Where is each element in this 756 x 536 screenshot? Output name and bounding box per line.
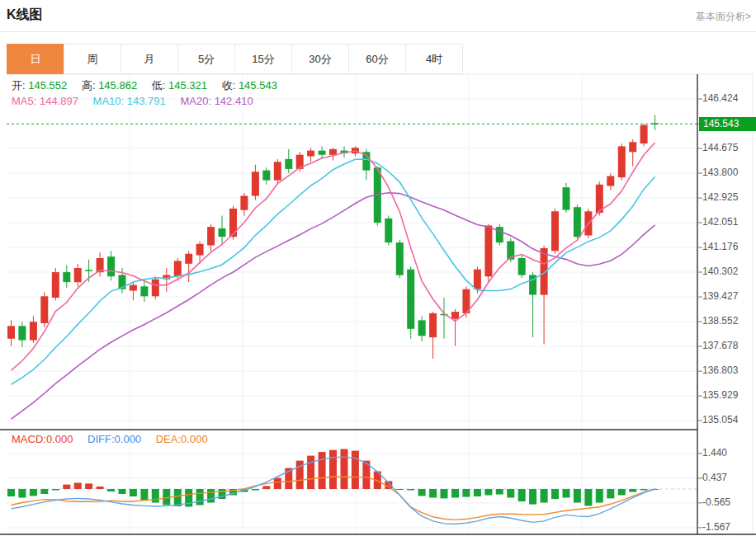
price-tick-label: 136.803 [702, 364, 738, 376]
macd-tick-label: -0.565 [702, 496, 730, 508]
macd-value: 0.000 [46, 433, 73, 445]
price-tick-label: 143.800 [702, 167, 738, 178]
macd-tick-label: 1.440 [702, 447, 727, 458]
price-tick-label: 139.427 [702, 290, 738, 302]
price-tick-label: 135.054 [702, 414, 738, 426]
high-label: 高: [82, 79, 96, 92]
ma5-label: MA5: [12, 95, 36, 107]
ma5-value: 144.897 [40, 95, 78, 107]
price-tick-label: 140.302 [702, 266, 738, 277]
price-tick-label: 138.552 [702, 315, 738, 327]
macd-indicator-row: MACD:0.000 DIFF:0.000 DEA:0.000 [12, 433, 220, 445]
kline-widget: K线图 基本面分析> 日周月5分15分30分60分4时 开: 145.552 高… [0, 0, 756, 536]
macd-label: MACD: [12, 433, 46, 445]
diff-value: 0.000 [115, 433, 142, 445]
tab-60min[interactable]: 60分 [348, 44, 406, 74]
close-value: 145.543 [239, 79, 277, 92]
price-tick-label: 141.176 [702, 241, 738, 252]
price-tick-label: 135.929 [702, 389, 738, 401]
ma20-label: MA20: [180, 95, 211, 107]
macd-tick-label: 0.437 [702, 472, 727, 483]
ma-row: MA5: 144.897 MA10: 143.791 MA20: 142.410 [12, 95, 265, 107]
ma10-label: MA10: [93, 95, 125, 107]
price-tick-label: 142.925 [702, 191, 738, 203]
low-value: 145.321 [168, 79, 207, 92]
dea-label: DEA: [156, 433, 181, 445]
current-price-badge: 145.543 [699, 117, 756, 131]
period-tab-bar: 日周月5分15分30分60分4时 [7, 44, 463, 74]
ohlc-row: 开: 145.552 高: 145.862 低: 145.321 收: 145.… [12, 78, 289, 93]
tab-month[interactable]: 月 [120, 44, 178, 74]
tab-30min[interactable]: 30分 [291, 44, 349, 74]
low-label: 低: [152, 79, 166, 92]
ma10-value: 143.791 [127, 95, 166, 107]
tab-week[interactable]: 周 [64, 44, 121, 74]
macd-tick-label: -1.567 [702, 521, 730, 533]
ma20-value: 142.410 [215, 95, 253, 107]
diff-label: DIFF: [87, 433, 115, 445]
close-label: 收: [222, 79, 236, 92]
dea-value: 0.000 [181, 433, 208, 445]
open-label: 开: [12, 79, 26, 92]
price-tick-label: 137.678 [702, 340, 738, 351]
tab-day[interactable]: 日 [7, 44, 64, 74]
high-value: 145.862 [98, 79, 137, 92]
open-value: 145.552 [28, 79, 67, 92]
tab-4hour[interactable]: 4时 [405, 44, 463, 74]
price-tick-label: 146.424 [702, 92, 738, 104]
price-tick-label: 144.675 [702, 142, 738, 153]
tab-5min[interactable]: 5分 [177, 44, 235, 74]
tab-15min[interactable]: 15分 [234, 44, 292, 74]
price-tick-label: 142.051 [702, 216, 738, 228]
